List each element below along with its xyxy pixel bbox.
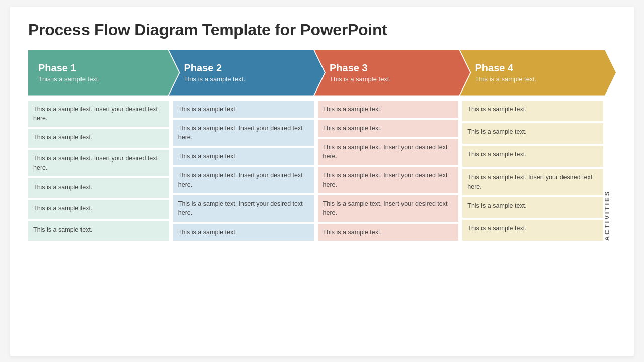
grid-cols: This is a sample text. Insert your desir… bbox=[28, 101, 603, 241]
cell-1-2: This is a sample text. bbox=[28, 129, 169, 148]
phase-4-sub: This is a sample text. bbox=[475, 75, 606, 83]
cell-3-4: This is a sample text. Insert your desir… bbox=[318, 167, 459, 193]
phase-4-label: Phase 4 bbox=[475, 62, 606, 74]
activities-label: ACTIVITIES bbox=[603, 101, 616, 241]
cell-2-6: This is a sample text. bbox=[173, 224, 314, 241]
phase-2-sub: This is a sample text. bbox=[184, 75, 315, 83]
grid-wrapper: This is a sample text. Insert your desir… bbox=[28, 101, 616, 241]
phase-1-label: Phase 1 bbox=[38, 62, 169, 74]
cell-3-3: This is a sample text. Insert your desir… bbox=[318, 139, 459, 165]
cell-4-1: This is a sample text. bbox=[462, 101, 603, 121]
phases-header: Phase 1 This is a sample text. Phase 2 T… bbox=[28, 50, 616, 96]
column-1: This is a sample text. Insert your desir… bbox=[28, 101, 169, 241]
phase-3-arrow: Phase 3 This is a sample text. bbox=[314, 50, 470, 96]
slide: Process Flow Diagram Template for PowerP… bbox=[10, 7, 634, 356]
cell-1-3: This is a sample text. Insert your desir… bbox=[28, 150, 169, 176]
phase-2-arrow: Phase 2 This is a sample text. bbox=[169, 50, 325, 96]
column-2: This is a sample text. This is a sample … bbox=[173, 101, 314, 241]
cell-4-5: This is a sample text. bbox=[462, 197, 603, 218]
phase-3-label: Phase 3 bbox=[330, 62, 460, 74]
cell-1-4: This is a sample text. bbox=[28, 178, 169, 198]
phase-1-arrow: Phase 1 This is a sample text. bbox=[28, 50, 179, 96]
cell-4-3: This is a sample text. bbox=[462, 146, 603, 166]
cell-1-5: This is a sample text. bbox=[28, 200, 169, 219]
phase-1-sub: This is a sample text. bbox=[38, 75, 169, 83]
cell-2-2: This is a sample text. Insert your desir… bbox=[173, 120, 314, 146]
cell-4-2: This is a sample text. bbox=[462, 123, 603, 144]
phase-3-sub: This is a sample text. bbox=[330, 75, 460, 83]
phase-2-label: Phase 2 bbox=[184, 62, 315, 74]
phase-4-arrow: Phase 4 This is a sample text. bbox=[460, 50, 616, 96]
cell-1-6: This is a sample text. bbox=[28, 221, 169, 241]
cell-4-6: This is a sample text. bbox=[462, 220, 603, 240]
cell-3-6: This is a sample text. bbox=[318, 224, 459, 241]
cell-3-5: This is a sample text. Insert your desir… bbox=[318, 195, 459, 221]
cell-3-1: This is a sample text. bbox=[318, 101, 459, 118]
column-3: This is a sample text. This is a sample … bbox=[318, 101, 459, 241]
cell-2-5: This is a sample text. Insert your desir… bbox=[173, 195, 314, 221]
cell-2-1: This is a sample text. bbox=[173, 101, 314, 118]
cell-4-4: This is a sample text. Insert your desir… bbox=[462, 169, 603, 195]
cell-2-3: This is a sample text. bbox=[173, 148, 314, 165]
cell-1-1: This is a sample text. Insert your desir… bbox=[28, 101, 169, 127]
slide-title: Process Flow Diagram Template for PowerP… bbox=[28, 21, 616, 39]
column-4: This is a sample text. This is a sample … bbox=[462, 101, 603, 241]
cell-2-4: This is a sample text. Insert your desir… bbox=[173, 167, 314, 193]
cell-3-2: This is a sample text. bbox=[318, 120, 459, 137]
